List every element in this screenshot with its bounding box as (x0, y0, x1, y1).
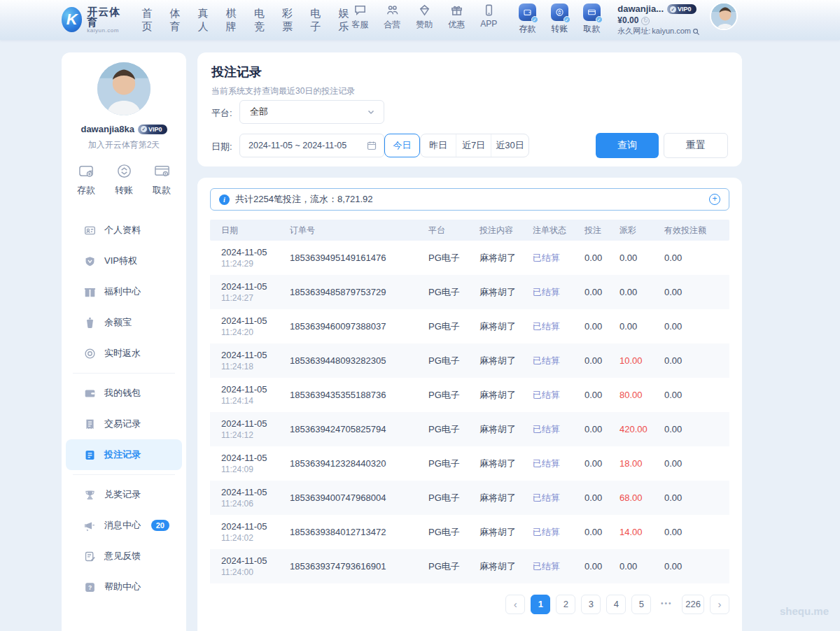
sidebar-item-messages[interactable]: 消息中心 20 (66, 510, 182, 541)
cell-valid-amount: 0.00 (659, 287, 729, 297)
withdraw-label: 取款 (583, 23, 600, 35)
header-right: 客服 合营 赞助 优惠 APP ✓ 存款 (349, 3, 738, 36)
sidebar-item-rebate[interactable]: 实时返水 (66, 338, 182, 369)
nav-link[interactable]: 首页 (141, 7, 152, 34)
nav-link[interactable]: 电子 (310, 7, 321, 34)
feedback-icon (84, 551, 96, 562)
profile-avatar[interactable] (97, 62, 150, 115)
search-button[interactable]: 查询 (596, 133, 659, 158)
expand-plus-icon[interactable]: + (709, 194, 720, 205)
page-number-button[interactable]: 4 (606, 595, 626, 614)
range-30days-button[interactable]: 近30日 (491, 134, 528, 157)
cell-bet-content: 麻将胡了 (474, 320, 527, 333)
cell-platform: PG电子 (423, 423, 474, 436)
user-avatar[interactable] (710, 2, 738, 30)
table-row: 2024-11-05 11:24:12 1853639424705825794 … (210, 412, 729, 446)
deposit-button[interactable]: ✓ 存款 (515, 3, 539, 35)
nav-link[interactable]: 电竞 (254, 7, 265, 34)
date-range-value: 2024-11-05 ~ 2024-11-05 (248, 141, 346, 150)
sidebar-deposit-button[interactable]: 存款 (77, 162, 95, 197)
transfer-button[interactable]: ✓ 转账 (547, 3, 571, 35)
username[interactable]: dawanjia... (617, 3, 664, 15)
unread-count-badge: 20 (151, 520, 169, 531)
magnifier-icon[interactable] (692, 28, 700, 36)
row-time: 11:24:14 (221, 395, 284, 406)
row-time: 11:24:27 (221, 292, 284, 304)
card-withdraw-icon (153, 162, 171, 180)
platform-select[interactable]: 全部 (239, 100, 384, 124)
date-range-input[interactable]: 2024-11-05 ~ 2024-11-05 (239, 134, 384, 157)
page-number-button[interactable]: 1 (531, 595, 550, 614)
table-row: 2024-11-05 11:24:18 1853639448093282305 … (210, 343, 729, 378)
withdraw-button[interactable]: ✓ 取款 (580, 3, 603, 35)
sidebar-item-label: 我的钱包 (104, 387, 141, 399)
col-header-bet: 投注 (579, 225, 614, 236)
sidebar-item-transactions[interactable]: 交易记录 (66, 409, 182, 439)
nav-link[interactable]: 娱乐 (338, 7, 349, 34)
col-header-payout: 派彩 (614, 225, 659, 236)
sidebar-item-label: 个人资料 (104, 224, 141, 236)
menu-divider (73, 474, 175, 475)
sidebar-item-vip[interactable]: VIP特权 (66, 246, 182, 276)
money-pot-icon (84, 317, 96, 329)
page-number-button[interactable]: 2 (556, 595, 575, 614)
phone-icon (482, 3, 496, 17)
page-number-button[interactable]: 3 (581, 595, 601, 614)
cell-order-number: 1853639412328440320 (284, 458, 423, 469)
sidebar-item-profile[interactable]: 个人资料 (66, 215, 182, 246)
nav-link[interactable]: 体育 (170, 7, 181, 34)
rebate-coin-icon (84, 348, 96, 360)
sidebar-item-wallet[interactable]: 我的钱包 (66, 378, 182, 409)
sidebar-item-prizes[interactable]: 兑奖记录 (66, 479, 182, 510)
next-page-button[interactable]: › (710, 595, 729, 614)
sidebar-transfer-button[interactable]: 转账 (115, 162, 133, 197)
watermark: shequ.me (780, 605, 829, 617)
range-today-button[interactable]: 今日 (384, 134, 420, 157)
sidebar-withdraw-button[interactable]: 取款 (153, 162, 171, 197)
row-time: 11:24:06 (221, 498, 284, 509)
sidebar-item-feedback[interactable]: 意见反馈 (66, 541, 182, 572)
cell-status: 已结算 (533, 253, 560, 263)
app-link[interactable]: APP (477, 3, 500, 29)
records-panel: i 共计2254笔投注，流水：8,721.92 + 日期 订单号 平台 投注内容… (197, 178, 742, 631)
cell-status: 已结算 (533, 561, 560, 572)
date-label: 日期: (211, 141, 232, 153)
row-date: 2024-11-05 (221, 418, 284, 430)
prev-page-button[interactable]: ‹ (505, 595, 525, 614)
range-yesterday-button[interactable]: 昨日 (421, 134, 456, 157)
sidebar-item-help[interactable]: ? 帮助中心 (66, 572, 182, 602)
table-row: 2024-11-05 11:24:29 1853639495149161476 … (210, 241, 729, 275)
info-icon: i (219, 194, 230, 205)
col-header-valid: 有效投注额 (659, 225, 729, 236)
transfer-arrows-icon (115, 162, 133, 180)
sidebar-item-betting-records[interactable]: 投注记录 (66, 439, 182, 470)
cell-valid-amount: 0.00 (659, 253, 729, 263)
brand-logo[interactable]: K 开云体育 kaiyun.com (62, 6, 123, 34)
cell-platform: PG电子 (423, 252, 474, 264)
sponsor-link[interactable]: 赞助 (413, 3, 435, 31)
row-date: 2024-11-05 (221, 486, 284, 499)
top-header: K 开云体育 kaiyun.com 首页体育真人棋牌电竞彩票电子娱乐 客服 合营… (0, 0, 840, 40)
cell-status: 已结算 (533, 287, 560, 297)
cell-bet-amount: 0.00 (579, 355, 614, 366)
reset-button[interactable]: 重置 (664, 133, 728, 158)
cell-order-number: 1853639435355188736 (284, 390, 423, 400)
promo-link[interactable]: 优惠 (445, 3, 468, 31)
range-7days-button[interactable]: 近7日 (456, 134, 491, 157)
range-group: 昨日 近7日 近30日 (420, 134, 529, 157)
cell-date: 2024-11-05 11:24:27 (210, 281, 284, 304)
cell-status: 已结算 (533, 390, 560, 400)
nav-link[interactable]: 棋牌 (226, 7, 237, 34)
customer-service-link[interactable]: 客服 (349, 3, 371, 31)
last-page-button[interactable]: 226 (682, 595, 704, 614)
transfer-label: 转账 (551, 23, 568, 35)
page-number-button[interactable]: 5 (631, 595, 651, 614)
nav-link[interactable]: 真人 (198, 7, 209, 34)
check-badge-icon: ✓ (564, 16, 570, 23)
sidebar-item-yuebao[interactable]: 余额宝 (66, 307, 182, 338)
partner-link[interactable]: 合营 (381, 3, 403, 31)
refresh-balance-icon[interactable]: ↻ (641, 17, 650, 25)
row-date: 2024-11-05 (221, 315, 284, 327)
nav-link[interactable]: 彩票 (282, 7, 293, 34)
sidebar-item-welfare[interactable]: 福利中心 (66, 276, 182, 307)
